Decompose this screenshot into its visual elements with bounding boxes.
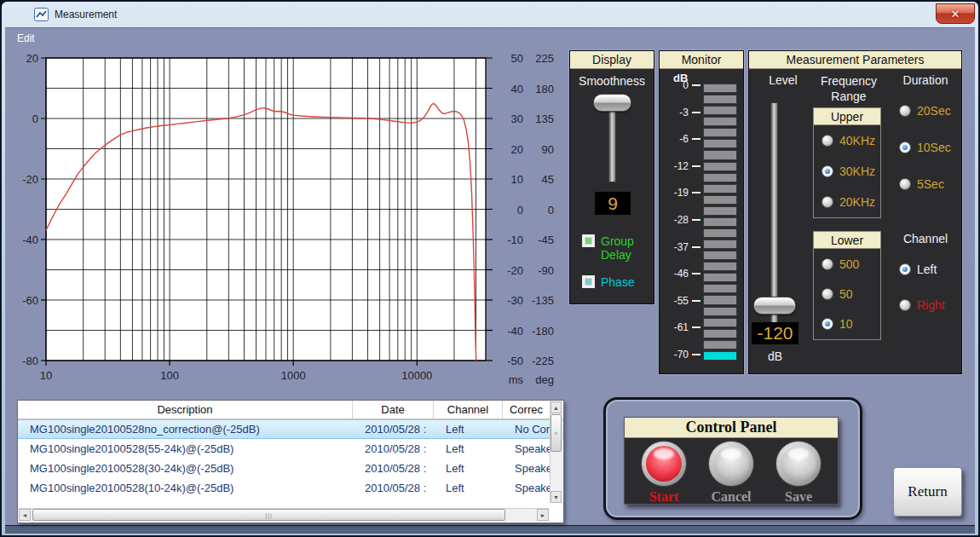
start-button[interactable] [641, 441, 687, 487]
svg-text:-80: -80 [22, 355, 38, 367]
radio-30khz[interactable]: 30KHz [821, 165, 880, 178]
tick-dash [692, 246, 700, 248]
table-cell: Left [434, 462, 503, 475]
meter-segment [703, 351, 737, 361]
table-cell: 2010/05/28 : [353, 423, 434, 436]
radio-10sec[interactable]: 10Sec [899, 141, 951, 154]
svg-text:225: 225 [535, 52, 554, 65]
svg-text:0: 0 [32, 113, 38, 125]
horizontal-scroll-thumb[interactable]: ||| [32, 509, 505, 521]
save-button[interactable] [775, 441, 821, 487]
scroll-left-icon: ◄ [22, 512, 28, 518]
vertical-scroll-thumb[interactable]: ≡ [551, 414, 562, 452]
radio-button-icon[interactable] [821, 258, 833, 270]
svg-text:-225: -225 [532, 355, 554, 367]
smoothness-slider-thumb[interactable] [593, 94, 631, 112]
radio-40khz[interactable]: 40KHz [821, 134, 880, 147]
svg-text:45: 45 [542, 173, 554, 186]
column-header-description[interactable]: Description [18, 401, 353, 419]
cancel-button-lamp-icon [713, 446, 749, 482]
table-cell: 2010/05/28 : [353, 482, 434, 494]
table-cell: Left [434, 442, 503, 455]
phase-checkbox[interactable] [582, 275, 595, 288]
meter-segment [703, 150, 737, 159]
scroll-left-button[interactable]: ◄ [19, 509, 31, 521]
window-title: Measurement [55, 9, 117, 20]
radio-button-icon[interactable] [899, 105, 911, 117]
cancel-button[interactable] [708, 441, 754, 487]
svg-text:-135: -135 [532, 294, 554, 307]
radio-button-icon[interactable] [821, 288, 833, 300]
column-header-date[interactable]: Date [353, 401, 434, 419]
radio-button-icon[interactable] [821, 196, 833, 208]
level-slider-thumb[interactable] [753, 297, 796, 315]
phase-label: Phase [601, 275, 635, 289]
return-button[interactable]: Return [893, 467, 962, 517]
save-button-lamp-icon [781, 446, 816, 482]
radio-button-icon[interactable] [821, 135, 833, 147]
svg-text:50: 50 [511, 52, 523, 65]
scroll-down-button[interactable]: ▼ [551, 491, 562, 503]
level-label: Level [758, 73, 809, 87]
monitor-tick: -19 [661, 187, 700, 199]
horizontal-scrollbar[interactable]: ◄ ||| ► [19, 508, 549, 522]
svg-text:-30: -30 [507, 294, 523, 307]
svg-text:ms: ms [509, 373, 524, 386]
radio-10[interactable]: 10 [821, 317, 880, 331]
scroll-right-button[interactable]: ► [537, 509, 549, 521]
radio-button-icon[interactable] [821, 318, 833, 330]
radio-5sec[interactable]: 5Sec [899, 177, 951, 191]
frequency-range-label: Frequency Range [802, 73, 896, 104]
column-header-correc[interactable]: Correc [503, 401, 551, 419]
svg-text:deg: deg [535, 373, 554, 386]
monitor-tick: -37 [661, 241, 700, 253]
radio-button-icon[interactable] [821, 165, 833, 177]
duration-label: Duration [892, 73, 959, 87]
group-delay-label: Group Delay [601, 234, 645, 262]
radio-button-icon[interactable] [899, 178, 911, 190]
meter-segment [703, 307, 737, 316]
close-button[interactable]: ✕ [936, 3, 975, 24]
radio-label: 10 [839, 317, 853, 331]
radio-right[interactable]: Right [899, 298, 945, 312]
menu-edit[interactable]: Edit [17, 32, 35, 44]
table-row[interactable]: MG100single20100528(55-24k)@(-25dB)2010/… [18, 439, 563, 459]
table-row[interactable]: MG100single20100528(30-24k)@(-25dB)2010/… [18, 459, 563, 478]
meter-segment [703, 295, 737, 304]
tick-dash [692, 138, 700, 140]
svg-text:0: 0 [548, 204, 554, 217]
group-delay-checkbox[interactable] [582, 234, 595, 247]
svg-text:0: 0 [517, 204, 523, 217]
window-frame-bottom [5, 525, 975, 534]
start-button-group: Start [640, 441, 688, 505]
save-button-group: Save [775, 441, 822, 505]
monitor-tick: -46 [661, 268, 700, 280]
meter-segment [703, 106, 737, 115]
meter-segment [703, 251, 737, 260]
radio-label: 500 [839, 257, 859, 271]
meter-segment [703, 195, 737, 205]
radio-button-icon[interactable] [899, 141, 911, 153]
table-cell: Speaker [503, 482, 551, 494]
radio-50[interactable]: 50 [821, 287, 880, 301]
table-row[interactable]: MG100single20100528(10-24k)@(-25dB)2010/… [18, 478, 563, 498]
monitor-panel-header: Monitor [660, 51, 743, 69]
radio-500[interactable]: 500 [821, 257, 880, 271]
meter-segment [703, 262, 737, 271]
column-header-channel[interactable]: Channel [434, 401, 503, 419]
table-header-row: DescriptionDateChannelCorrec [18, 401, 563, 419]
radio-button-icon[interactable] [899, 263, 911, 275]
radio-20khz[interactable]: 20KHz [821, 195, 880, 209]
table-row[interactable]: MG100single20100528no_correction@(-25dB)… [18, 419, 563, 439]
meter-segment [703, 240, 737, 249]
phase-checkbox-row[interactable]: Phase [582, 275, 635, 289]
vertical-scrollbar[interactable]: ▲ ≡ ▼ [550, 401, 562, 503]
scroll-up-button[interactable]: ▲ [551, 401, 562, 413]
radio-left[interactable]: Left [899, 263, 945, 276]
svg-text:-10: -10 [507, 234, 523, 246]
radio-button-icon[interactable] [899, 299, 911, 311]
table-cell: MG100single20100528no_correction@(-25dB) [18, 423, 353, 436]
level-slider-track[interactable] [770, 102, 778, 326]
radio-20sec[interactable]: 20Sec [899, 104, 951, 118]
group-delay-checkbox-row[interactable]: Group Delay [582, 234, 645, 262]
